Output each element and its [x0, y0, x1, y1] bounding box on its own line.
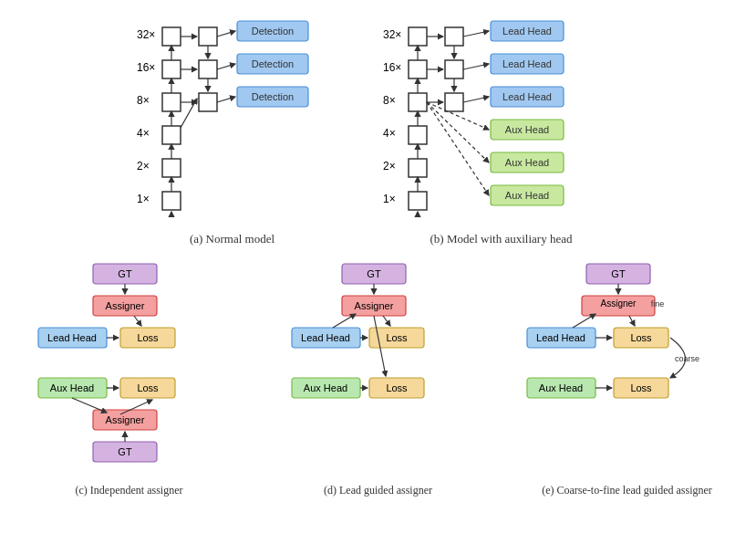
svg-rect-20 [199, 93, 217, 111]
svg-text:Aux Head: Aux Head [504, 190, 548, 201]
svg-text:Lead Head: Lead Head [536, 332, 585, 343]
svg-text:Detection: Detection [251, 91, 293, 102]
aux-model-title: (b) Model with auxiliary head [430, 232, 573, 246]
svg-text:Lead Head: Lead Head [502, 26, 552, 37]
svg-text:Loss: Loss [386, 332, 408, 343]
bottom-section: GT Assigner Lead Head Loss Aux Head [5, 252, 751, 539]
svg-rect-7 [162, 60, 181, 78]
svg-rect-54 [445, 27, 463, 46]
svg-rect-45 [409, 126, 427, 144]
panel-aux-model: 32× 16× 8× 4× 2× 1× [374, 9, 629, 247]
svg-rect-8 [162, 93, 181, 111]
lead-guided-svg: GT Assigner Lead Head Loss [287, 259, 470, 478]
svg-text:8×: 8× [383, 94, 396, 107]
svg-text:Loss: Loss [386, 382, 408, 393]
svg-text:Assigner: Assigner [105, 414, 144, 425]
svg-text:Loss: Loss [630, 332, 652, 343]
svg-text:GT: GT [367, 268, 381, 279]
svg-line-24 [181, 99, 197, 128]
svg-text:8×: 8× [137, 94, 150, 107]
svg-line-74 [463, 31, 489, 37]
panel-coarse-fine: GT Assigner fine Lead Head Loss [502, 259, 751, 497]
svg-line-131 [629, 316, 635, 326]
svg-text:Assigner: Assigner [600, 298, 637, 309]
coarse-fine-svg: GT Assigner fine Lead Head Loss [523, 259, 732, 478]
svg-line-112 [383, 316, 390, 326]
svg-text:GT: GT [611, 268, 626, 279]
svg-text:32×: 32× [137, 28, 155, 41]
svg-text:Lead Head: Lead Head [502, 58, 552, 69]
svg-rect-11 [162, 192, 181, 210]
svg-line-89 [134, 316, 141, 326]
panel-normal-model: 32× 16× 8× 4× 2× 1× [128, 9, 337, 247]
svg-text:1×: 1× [137, 193, 150, 205]
svg-line-102 [72, 398, 107, 413]
svg-text:Aux Head: Aux Head [538, 382, 582, 393]
svg-text:GT: GT [118, 446, 132, 457]
independent-svg: GT Assigner Lead Head Loss Aux Head [34, 259, 225, 478]
lead-guided-title: (d) Lead guided assigner [324, 484, 432, 497]
svg-text:Loss: Loss [137, 382, 159, 393]
independent-title: (c) Independent assigner [76, 484, 183, 497]
svg-rect-56 [445, 93, 463, 111]
svg-text:GT: GT [118, 268, 132, 279]
svg-rect-47 [409, 192, 427, 210]
normal-model-svg: 32× 16× 8× 4× 2× 1× [128, 9, 337, 228]
svg-text:2×: 2× [137, 160, 150, 173]
svg-rect-46 [409, 159, 427, 177]
svg-text:1×: 1× [383, 193, 396, 205]
svg-text:Loss: Loss [630, 382, 652, 393]
svg-text:Aux Head: Aux Head [504, 157, 548, 168]
panel-lead-guided: GT Assigner Lead Head Loss [254, 259, 502, 497]
top-section: 32× 16× 8× 4× 2× 1× [5, 9, 751, 252]
svg-text:16×: 16× [383, 61, 401, 74]
main-container: 32× 16× 8× 4× 2× 1× [0, 0, 756, 544]
svg-line-33 [217, 97, 235, 102]
svg-rect-9 [162, 126, 181, 144]
svg-text:Lead Head: Lead Head [301, 332, 350, 343]
aux-model-svg: 32× 16× 8× 4× 2× 1× [374, 9, 629, 228]
svg-text:32×: 32× [383, 28, 401, 41]
svg-text:4×: 4× [383, 127, 396, 140]
panel-independent: GT Assigner Lead Head Loss Aux Head [5, 259, 254, 497]
svg-rect-44 [409, 93, 427, 111]
svg-line-31 [217, 31, 235, 37]
svg-text:coarse: coarse [675, 354, 699, 363]
svg-rect-6 [162, 27, 181, 46]
svg-text:Loss: Loss [137, 332, 159, 343]
svg-rect-55 [445, 60, 463, 78]
svg-line-76 [463, 97, 489, 102]
svg-text:Aux Head: Aux Head [504, 124, 548, 135]
svg-text:Assigner: Assigner [354, 300, 393, 311]
svg-text:Detection: Detection [251, 26, 293, 37]
svg-text:Assigner: Assigner [105, 300, 144, 311]
svg-text:Aux Head: Aux Head [303, 382, 347, 393]
svg-text:2×: 2× [383, 160, 396, 173]
svg-rect-10 [162, 159, 181, 177]
svg-text:4×: 4× [137, 127, 150, 140]
svg-text:16×: 16× [137, 61, 155, 74]
svg-text:Detection: Detection [251, 58, 293, 69]
svg-text:Lead Head: Lead Head [502, 91, 552, 102]
svg-text:Aux Head: Aux Head [49, 382, 93, 393]
svg-rect-19 [199, 60, 217, 78]
svg-text:Lead Head: Lead Head [47, 332, 97, 343]
normal-model-title: (a) Normal model [190, 232, 274, 246]
svg-text:fine: fine [650, 299, 664, 309]
svg-rect-18 [199, 27, 217, 46]
svg-rect-42 [409, 27, 427, 46]
svg-line-75 [463, 64, 489, 69]
svg-rect-43 [409, 60, 427, 78]
svg-line-32 [217, 64, 235, 69]
coarse-fine-title: (e) Coarse-to-fine lead guided assigner [542, 484, 712, 497]
